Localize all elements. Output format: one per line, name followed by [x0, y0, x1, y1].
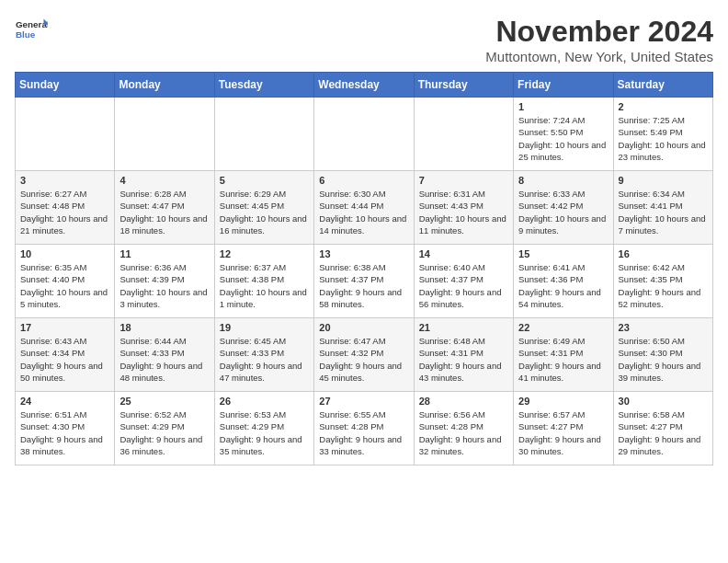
calendar-cell: 27Sunrise: 6:55 AM Sunset: 4:28 PM Dayli…	[314, 392, 414, 465]
day-number: 9	[619, 175, 708, 186]
calendar-cell: 10Sunrise: 6:35 AM Sunset: 4:40 PM Dayli…	[16, 245, 115, 318]
logo: General Blue	[15, 15, 51, 48]
day-info: Sunrise: 6:41 AM Sunset: 4:36 PM Dayligh…	[518, 261, 608, 310]
day-info: Sunrise: 6:57 AM Sunset: 4:27 PM Dayligh…	[518, 408, 608, 457]
calendar-cell: 17Sunrise: 6:43 AM Sunset: 4:34 PM Dayli…	[16, 318, 115, 392]
day-info: Sunrise: 6:47 AM Sunset: 4:32 PM Dayligh…	[319, 335, 408, 384]
day-number: 27	[319, 396, 408, 407]
day-number: 3	[20, 175, 109, 186]
header-cell-saturday: Saturday	[613, 73, 712, 98]
day-number: 1	[518, 101, 608, 112]
day-number: 7	[419, 175, 508, 186]
calendar-cell: 8Sunrise: 6:33 AM Sunset: 4:42 PM Daylig…	[514, 171, 613, 245]
day-info: Sunrise: 6:52 AM Sunset: 4:29 PM Dayligh…	[119, 408, 209, 457]
day-info: Sunrise: 6:55 AM Sunset: 4:28 PM Dayligh…	[319, 408, 408, 457]
calendar-cell: 28Sunrise: 6:56 AM Sunset: 4:28 PM Dayli…	[414, 392, 513, 465]
day-number: 18	[119, 322, 209, 333]
day-number: 17	[20, 322, 109, 333]
header-row: SundayMondayTuesdayWednesdayThursdayFrid…	[16, 73, 713, 98]
calendar-cell: 4Sunrise: 6:28 AM Sunset: 4:47 PM Daylig…	[115, 171, 214, 245]
calendar-cell	[314, 98, 414, 171]
day-number: 28	[419, 396, 508, 407]
day-info: Sunrise: 6:42 AM Sunset: 4:35 PM Dayligh…	[619, 261, 708, 310]
header-cell-monday: Monday	[115, 73, 214, 98]
day-number: 13	[319, 248, 408, 259]
calendar-cell: 16Sunrise: 6:42 AM Sunset: 4:35 PM Dayli…	[613, 245, 712, 318]
day-number: 24	[20, 396, 109, 407]
day-info: Sunrise: 6:48 AM Sunset: 4:31 PM Dayligh…	[419, 335, 508, 384]
calendar-cell: 2Sunrise: 7:25 AM Sunset: 5:49 PM Daylig…	[613, 98, 712, 171]
day-info: Sunrise: 6:58 AM Sunset: 4:27 PM Dayligh…	[619, 408, 708, 457]
calendar-cell: 25Sunrise: 6:52 AM Sunset: 4:29 PM Dayli…	[115, 392, 214, 465]
day-info: Sunrise: 6:29 AM Sunset: 4:45 PM Dayligh…	[220, 188, 309, 236]
day-info: Sunrise: 6:36 AM Sunset: 4:39 PM Dayligh…	[119, 261, 209, 310]
main-title: November 2024	[485, 15, 713, 49]
day-info: Sunrise: 6:45 AM Sunset: 4:33 PM Dayligh…	[220, 335, 309, 384]
svg-text:Blue: Blue	[16, 29, 36, 40]
day-info: Sunrise: 6:37 AM Sunset: 4:38 PM Dayligh…	[220, 261, 309, 310]
day-info: Sunrise: 6:35 AM Sunset: 4:40 PM Dayligh…	[20, 261, 109, 310]
calendar-cell: 23Sunrise: 6:50 AM Sunset: 4:30 PM Dayli…	[613, 318, 712, 392]
day-number: 5	[220, 175, 309, 186]
day-info: Sunrise: 6:33 AM Sunset: 4:42 PM Dayligh…	[518, 188, 608, 236]
calendar-cell	[16, 98, 115, 171]
day-number: 30	[619, 396, 708, 407]
day-info: Sunrise: 6:34 AM Sunset: 4:41 PM Dayligh…	[619, 188, 708, 236]
day-info: Sunrise: 6:56 AM Sunset: 4:28 PM Dayligh…	[419, 408, 508, 457]
day-info: Sunrise: 6:40 AM Sunset: 4:37 PM Dayligh…	[419, 261, 508, 310]
calendar-cell: 29Sunrise: 6:57 AM Sunset: 4:27 PM Dayli…	[514, 392, 613, 465]
calendar-cell: 18Sunrise: 6:44 AM Sunset: 4:33 PM Dayli…	[115, 318, 214, 392]
calendar-cell: 5Sunrise: 6:29 AM Sunset: 4:45 PM Daylig…	[214, 171, 313, 245]
calendar-cell	[115, 98, 214, 171]
header-cell-sunday: Sunday	[16, 73, 115, 98]
day-number: 6	[319, 175, 408, 186]
calendar-cell	[214, 98, 313, 171]
calendar-cell: 21Sunrise: 6:48 AM Sunset: 4:31 PM Dayli…	[414, 318, 513, 392]
calendar-cell: 24Sunrise: 6:51 AM Sunset: 4:30 PM Dayli…	[16, 392, 115, 465]
calendar-cell: 13Sunrise: 6:38 AM Sunset: 4:37 PM Dayli…	[314, 245, 414, 318]
day-number: 2	[619, 101, 708, 112]
calendar-cell: 30Sunrise: 6:58 AM Sunset: 4:27 PM Dayli…	[613, 392, 712, 465]
day-number: 12	[220, 248, 309, 259]
svg-text:General: General	[16, 19, 48, 29]
day-info: Sunrise: 6:51 AM Sunset: 4:30 PM Dayligh…	[20, 408, 109, 457]
calendar-cell: 19Sunrise: 6:45 AM Sunset: 4:33 PM Dayli…	[214, 318, 313, 392]
header-cell-tuesday: Tuesday	[214, 73, 313, 98]
day-number: 11	[119, 248, 209, 259]
calendar-cell	[414, 98, 513, 171]
calendar-cell: 1Sunrise: 7:24 AM Sunset: 5:50 PM Daylig…	[514, 98, 613, 171]
calendar-cell: 3Sunrise: 6:27 AM Sunset: 4:48 PM Daylig…	[16, 171, 115, 245]
calendar-cell: 9Sunrise: 6:34 AM Sunset: 4:41 PM Daylig…	[613, 171, 712, 245]
header-cell-thursday: Thursday	[414, 73, 513, 98]
calendar-cell: 22Sunrise: 6:49 AM Sunset: 4:31 PM Dayli…	[514, 318, 613, 392]
header-cell-wednesday: Wednesday	[314, 73, 414, 98]
day-number: 19	[220, 322, 309, 333]
subtitle: Muttontown, New York, United States	[485, 49, 713, 64]
calendar-header: SundayMondayTuesdayWednesdayThursdayFrid…	[16, 73, 713, 98]
day-info: Sunrise: 6:27 AM Sunset: 4:48 PM Dayligh…	[20, 188, 109, 236]
calendar-cell: 26Sunrise: 6:53 AM Sunset: 4:29 PM Dayli…	[214, 392, 313, 465]
calendar-cell: 12Sunrise: 6:37 AM Sunset: 4:38 PM Dayli…	[214, 245, 313, 318]
day-info: Sunrise: 6:38 AM Sunset: 4:37 PM Dayligh…	[319, 261, 408, 310]
calendar-cell: 6Sunrise: 6:30 AM Sunset: 4:44 PM Daylig…	[314, 171, 414, 245]
day-info: Sunrise: 6:30 AM Sunset: 4:44 PM Dayligh…	[319, 188, 408, 236]
day-number: 15	[518, 248, 608, 259]
day-number: 22	[518, 322, 608, 333]
day-info: Sunrise: 6:44 AM Sunset: 4:33 PM Dayligh…	[119, 335, 209, 384]
day-number: 21	[419, 322, 508, 333]
day-info: Sunrise: 6:49 AM Sunset: 4:31 PM Dayligh…	[518, 335, 608, 384]
calendar-cell: 11Sunrise: 6:36 AM Sunset: 4:39 PM Dayli…	[115, 245, 214, 318]
day-number: 20	[319, 322, 408, 333]
calendar-body: 1Sunrise: 7:24 AM Sunset: 5:50 PM Daylig…	[16, 98, 713, 465]
header-cell-friday: Friday	[514, 73, 613, 98]
calendar-cell: 20Sunrise: 6:47 AM Sunset: 4:32 PM Dayli…	[314, 318, 414, 392]
week-row-3: 10Sunrise: 6:35 AM Sunset: 4:40 PM Dayli…	[16, 245, 713, 318]
day-number: 29	[518, 396, 608, 407]
day-info: Sunrise: 7:24 AM Sunset: 5:50 PM Dayligh…	[518, 114, 608, 163]
week-row-2: 3Sunrise: 6:27 AM Sunset: 4:48 PM Daylig…	[16, 171, 713, 245]
day-number: 23	[619, 322, 708, 333]
day-number: 8	[518, 175, 608, 186]
day-info: Sunrise: 7:25 AM Sunset: 5:49 PM Dayligh…	[619, 114, 708, 163]
day-number: 10	[20, 248, 109, 259]
calendar-cell: 15Sunrise: 6:41 AM Sunset: 4:36 PM Dayli…	[514, 245, 613, 318]
